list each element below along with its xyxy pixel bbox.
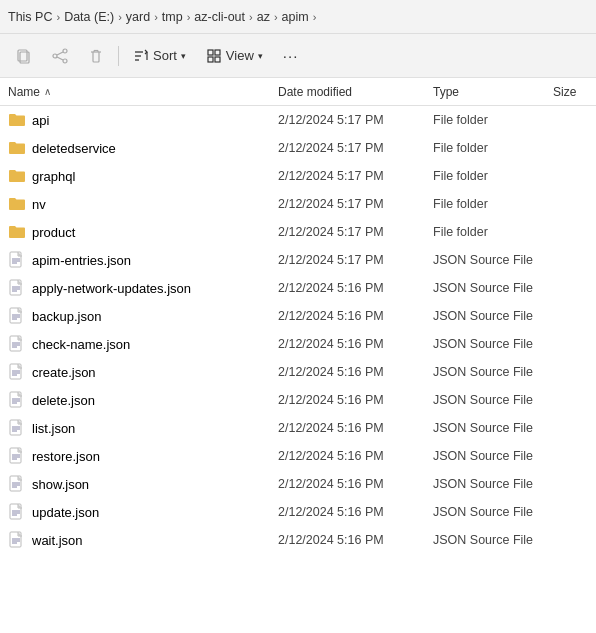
table-row[interactable]: update.json 2/12/2024 5:16 PM JSON Sourc… bbox=[0, 498, 596, 526]
table-row[interactable]: apply-network-updates.json 2/12/2024 5:1… bbox=[0, 274, 596, 302]
file-name: delete.json bbox=[32, 393, 95, 408]
share-button[interactable] bbox=[44, 40, 76, 72]
table-row[interactable]: deletedservice 2/12/2024 5:17 PM File fo… bbox=[0, 134, 596, 162]
file-date: 2/12/2024 5:16 PM bbox=[278, 477, 433, 491]
json-file-icon bbox=[8, 475, 26, 493]
file-date: 2/12/2024 5:16 PM bbox=[278, 337, 433, 351]
file-icon-wrapper bbox=[8, 111, 26, 129]
breadcrumb-sep-3: › bbox=[187, 11, 191, 23]
file-date: 2/12/2024 5:17 PM bbox=[278, 141, 433, 155]
file-name-cell: show.json bbox=[8, 475, 278, 493]
svg-line-5 bbox=[57, 52, 63, 55]
table-row[interactable]: restore.json 2/12/2024 5:16 PM JSON Sour… bbox=[0, 442, 596, 470]
view-label: View bbox=[226, 48, 254, 63]
json-file-icon bbox=[8, 531, 26, 549]
table-row[interactable]: delete.json 2/12/2024 5:16 PM JSON Sourc… bbox=[0, 386, 596, 414]
breadcrumb-sep-1: › bbox=[118, 11, 122, 23]
table-row[interactable]: backup.json 2/12/2024 5:16 PM JSON Sourc… bbox=[0, 302, 596, 330]
breadcrumb-item-1[interactable]: Data (E:) bbox=[64, 10, 114, 24]
file-name: apply-network-updates.json bbox=[32, 281, 191, 296]
file-type: JSON Source File bbox=[433, 253, 553, 267]
json-file-icon bbox=[8, 503, 26, 521]
folder-icon bbox=[8, 139, 26, 157]
breadcrumb-sep-5: › bbox=[274, 11, 278, 23]
file-type: File folder bbox=[433, 141, 553, 155]
sort-chevron-icon: ▾ bbox=[181, 51, 186, 61]
file-type: File folder bbox=[433, 113, 553, 127]
table-row[interactable]: check-name.json 2/12/2024 5:16 PM JSON S… bbox=[0, 330, 596, 358]
file-name: apim-entries.json bbox=[32, 253, 131, 268]
file-type: File folder bbox=[433, 197, 553, 211]
file-name-cell: list.json bbox=[8, 419, 278, 437]
breadcrumb-sep-0: › bbox=[56, 11, 60, 23]
table-row[interactable]: graphql 2/12/2024 5:17 PM File folder bbox=[0, 162, 596, 190]
file-name: backup.json bbox=[32, 309, 101, 324]
table-row[interactable]: product 2/12/2024 5:17 PM File folder bbox=[0, 218, 596, 246]
more-label: ··· bbox=[283, 47, 299, 64]
sort-icon bbox=[133, 48, 149, 64]
table-row[interactable]: nv 2/12/2024 5:17 PM File folder bbox=[0, 190, 596, 218]
file-date: 2/12/2024 5:16 PM bbox=[278, 309, 433, 323]
breadcrumb-sep-2: › bbox=[154, 11, 158, 23]
file-name: api bbox=[32, 113, 49, 128]
file-type: JSON Source File bbox=[433, 393, 553, 407]
table-row[interactable]: apim-entries.json 2/12/2024 5:17 PM JSON… bbox=[0, 246, 596, 274]
file-name: nv bbox=[32, 197, 46, 212]
table-row[interactable]: wait.json 2/12/2024 5:16 PM JSON Source … bbox=[0, 526, 596, 554]
file-type: File folder bbox=[433, 169, 553, 183]
table-row[interactable]: create.json 2/12/2024 5:16 PM JSON Sourc… bbox=[0, 358, 596, 386]
sort-button[interactable]: Sort ▾ bbox=[125, 40, 194, 72]
file-name: show.json bbox=[32, 477, 89, 492]
file-type: JSON Source File bbox=[433, 337, 553, 351]
file-name-cell: delete.json bbox=[8, 391, 278, 409]
file-icon-wrapper bbox=[8, 531, 26, 549]
svg-rect-16 bbox=[208, 57, 213, 62]
delete-button[interactable] bbox=[80, 40, 112, 72]
file-name: check-name.json bbox=[32, 337, 130, 352]
file-name-cell: product bbox=[8, 223, 278, 241]
file-icon-wrapper bbox=[8, 335, 26, 353]
more-button[interactable]: ··· bbox=[275, 40, 307, 72]
file-type: JSON Source File bbox=[433, 533, 553, 547]
json-file-icon bbox=[8, 391, 26, 409]
breadcrumb-item-4[interactable]: az-cli-out bbox=[194, 10, 245, 24]
toolbar: Sort ▾ View ▾ ··· bbox=[0, 34, 596, 78]
file-name: graphql bbox=[32, 169, 75, 184]
view-chevron-icon: ▾ bbox=[258, 51, 263, 61]
breadcrumb-item-2[interactable]: yard bbox=[126, 10, 150, 24]
file-name: wait.json bbox=[32, 533, 83, 548]
col-header-name: Name ∧ bbox=[8, 85, 278, 99]
table-row[interactable]: show.json 2/12/2024 5:16 PM JSON Source … bbox=[0, 470, 596, 498]
svg-point-4 bbox=[63, 59, 67, 63]
svg-line-6 bbox=[57, 57, 63, 60]
file-name-cell: wait.json bbox=[8, 531, 278, 549]
copy-button[interactable] bbox=[8, 40, 40, 72]
folder-icon bbox=[8, 111, 26, 129]
file-name: update.json bbox=[32, 505, 99, 520]
file-icon-wrapper bbox=[8, 167, 26, 185]
file-date: 2/12/2024 5:16 PM bbox=[278, 393, 433, 407]
column-headers: Name ∧ Date modified Type Size bbox=[0, 78, 596, 106]
file-icon-wrapper bbox=[8, 391, 26, 409]
json-file-icon bbox=[8, 279, 26, 297]
svg-point-2 bbox=[63, 49, 67, 53]
file-icon-wrapper bbox=[8, 279, 26, 297]
file-type: JSON Source File bbox=[433, 505, 553, 519]
col-header-date: Date modified bbox=[278, 85, 433, 99]
col-header-type: Type bbox=[433, 85, 553, 99]
file-date: 2/12/2024 5:17 PM bbox=[278, 113, 433, 127]
breadcrumb-item-3[interactable]: tmp bbox=[162, 10, 183, 24]
json-file-icon bbox=[8, 363, 26, 381]
json-file-icon bbox=[8, 307, 26, 325]
file-name-cell: check-name.json bbox=[8, 335, 278, 353]
view-button[interactable]: View ▾ bbox=[198, 40, 271, 72]
file-icon-wrapper bbox=[8, 475, 26, 493]
file-name-cell: api bbox=[8, 111, 278, 129]
file-date: 2/12/2024 5:16 PM bbox=[278, 505, 433, 519]
table-row[interactable]: api 2/12/2024 5:17 PM File folder bbox=[0, 106, 596, 134]
breadcrumb-item-6[interactable]: apim bbox=[282, 10, 309, 24]
file-type: JSON Source File bbox=[433, 421, 553, 435]
table-row[interactable]: list.json 2/12/2024 5:16 PM JSON Source … bbox=[0, 414, 596, 442]
breadcrumb-item-5[interactable]: az bbox=[257, 10, 270, 24]
breadcrumb-item-0[interactable]: This PC bbox=[8, 10, 52, 24]
